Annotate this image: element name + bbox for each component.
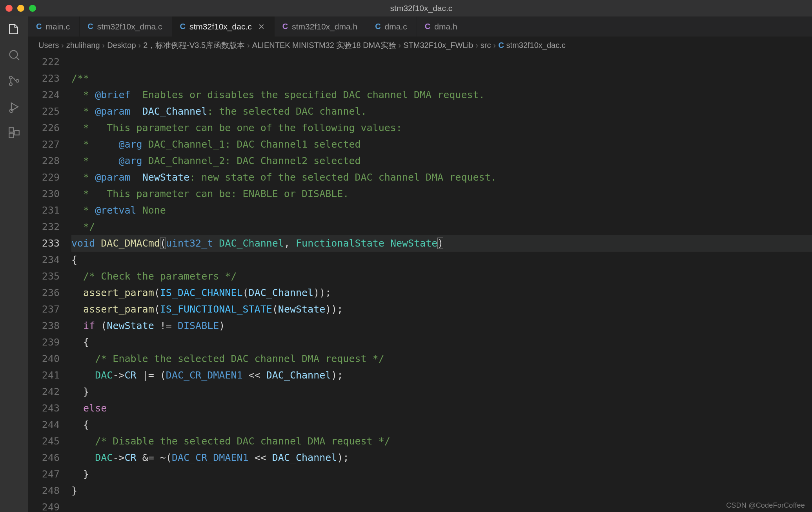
code-line[interactable]: 235 /* Check the parameters */: [28, 268, 812, 285]
code-content[interactable]: /* Disable the selected DAC channel DMA …: [71, 433, 812, 450]
code-line[interactable]: 243 else: [28, 400, 812, 417]
line-number: 247: [28, 466, 71, 483]
code-line[interactable]: 234{: [28, 252, 812, 268]
breadcrumb-segment[interactable]: 2，标准例程-V3.5库函数版本: [143, 40, 245, 51]
line-number: 229: [28, 169, 71, 186]
code-content[interactable]: }: [71, 466, 812, 483]
code-content[interactable]: DAC->CR &= ~(DAC_CR_DMAEN1 << DAC_Channe…: [71, 450, 812, 466]
code-content[interactable]: /* Enable the selected DAC channel DMA r…: [71, 351, 812, 367]
tab-stm32f10x-dma-h[interactable]: C stm32f10x_dma.h: [275, 16, 367, 37]
svg-rect-9: [15, 130, 19, 135]
chevron-right-icon: ›: [102, 41, 105, 50]
code-line[interactable]: 223/**: [28, 70, 812, 87]
code-content[interactable]: {: [71, 334, 812, 351]
code-content[interactable]: * @param DAC_Channel: the selected DAC c…: [71, 103, 812, 120]
code-content[interactable]: [71, 499, 812, 512]
tab-stm32f10x-dac-c[interactable]: C stm32f10x_dac.c ✕: [172, 16, 275, 37]
code-content[interactable]: }: [71, 483, 812, 499]
file-type-c-icon: C: [36, 22, 42, 31]
close-window-icon[interactable]: [5, 5, 13, 12]
maximize-window-icon[interactable]: [29, 5, 36, 12]
code-content[interactable]: * This parameter can be one of the follo…: [71, 120, 812, 136]
code-line[interactable]: 237 assert_param(IS_FUNCTIONAL_STATE(New…: [28, 301, 812, 318]
code-content[interactable]: /**: [71, 70, 812, 87]
code-line[interactable]: 248}: [28, 483, 812, 499]
tab-label: main.c: [46, 22, 70, 31]
code-line[interactable]: 242 }: [28, 384, 812, 400]
line-number: 242: [28, 384, 71, 400]
tab-dma-c[interactable]: C dma.c: [367, 16, 417, 37]
extensions-icon[interactable]: [7, 126, 21, 140]
chevron-right-icon: ›: [61, 41, 64, 50]
code-line[interactable]: 245 /* Disable the selected DAC channel …: [28, 433, 812, 450]
code-content[interactable]: /* Check the parameters */: [71, 268, 812, 285]
run-debug-icon[interactable]: [7, 100, 21, 114]
code-content[interactable]: * @retval None: [71, 202, 812, 219]
breadcrumb[interactable]: Users› zhulihang› Desktop› 2，标准例程-V3.5库函…: [28, 37, 812, 54]
explorer-icon[interactable]: [7, 22, 21, 36]
code-content[interactable]: assert_param(IS_FUNCTIONAL_STATE(NewStat…: [71, 301, 812, 318]
code-content[interactable]: else: [71, 400, 812, 417]
code-line[interactable]: 232 */: [28, 219, 812, 235]
line-number: 222: [28, 54, 71, 70]
breadcrumb-segment[interactable]: STM32F10x_FWLib: [403, 41, 473, 50]
code-content[interactable]: [71, 54, 812, 70]
code-line[interactable]: 249: [28, 499, 812, 512]
tab-stm32f10x-dma-c[interactable]: C stm32f10x_dma.c: [80, 16, 172, 37]
window-controls: [5, 5, 36, 12]
breadcrumb-segment[interactable]: src: [481, 41, 491, 50]
code-line[interactable]: 244 {: [28, 417, 812, 433]
code-line[interactable]: 247 }: [28, 466, 812, 483]
code-content[interactable]: DAC->CR |= (DAC_CR_DMAEN1 << DAC_Channel…: [71, 367, 812, 384]
tab-main-c[interactable]: C main.c: [28, 16, 80, 37]
code-line[interactable]: 233void DAC_DMACmd(uint32_t DAC_Channel,…: [28, 235, 812, 252]
tab-dma-h[interactable]: C dma.h: [417, 16, 467, 37]
code-line[interactable]: 230 * This parameter can be: ENABLE or D…: [28, 186, 812, 202]
code-content[interactable]: * @brief Enables or disables the specifi…: [71, 87, 812, 103]
code-line[interactable]: 240 /* Enable the selected DAC channel D…: [28, 351, 812, 367]
code-content[interactable]: * This parameter can be: ENABLE or DISAB…: [71, 186, 812, 202]
tab-label: stm32f10x_dma.c: [97, 22, 162, 31]
breadcrumb-file[interactable]: stm32f10x_dac.c: [506, 41, 566, 50]
search-icon[interactable]: [7, 48, 21, 62]
code-line[interactable]: 226 * This parameter can be one of the f…: [28, 120, 812, 136]
close-icon[interactable]: ✕: [258, 22, 265, 31]
code-editor[interactable]: 222223/**224 * @brief Enables or disable…: [28, 54, 812, 512]
chevron-right-icon: ›: [247, 41, 250, 50]
code-line[interactable]: 224 * @brief Enables or disables the spe…: [28, 87, 812, 103]
file-type-c-icon: C: [282, 22, 288, 31]
source-control-icon[interactable]: [7, 74, 21, 88]
svg-rect-7: [9, 128, 13, 132]
code-content[interactable]: void DAC_DMACmd(uint32_t DAC_Channel, Fu…: [71, 235, 812, 252]
code-content[interactable]: }: [71, 384, 812, 400]
chevron-right-icon: ›: [138, 41, 141, 50]
code-content[interactable]: {: [71, 417, 812, 433]
line-number: 237: [28, 301, 71, 318]
code-line[interactable]: 246 DAC->CR &= ~(DAC_CR_DMAEN1 << DAC_Ch…: [28, 450, 812, 466]
breadcrumb-segment[interactable]: ALIENTEK MINISTM32 实验18 DMA实验: [252, 40, 396, 51]
code-content[interactable]: * @arg DAC_Channel_2: DAC Channel2 selec…: [71, 153, 812, 169]
code-line[interactable]: 222: [28, 54, 812, 70]
line-number: 223: [28, 70, 71, 87]
file-type-c-icon: C: [180, 22, 186, 31]
code-line[interactable]: 231 * @retval None: [28, 202, 812, 219]
breadcrumb-segment[interactable]: Users: [38, 41, 59, 50]
code-line[interactable]: 236 assert_param(IS_DAC_CHANNEL(DAC_Chan…: [28, 285, 812, 301]
code-line[interactable]: 229 * @param NewState: new state of the …: [28, 169, 812, 186]
breadcrumb-segment[interactable]: Desktop: [107, 41, 136, 50]
code-content[interactable]: {: [71, 252, 812, 268]
breadcrumb-segment[interactable]: zhulihang: [66, 41, 100, 50]
code-content[interactable]: */: [71, 219, 812, 235]
code-line[interactable]: 238 if (NewState != DISABLE): [28, 318, 812, 334]
code-content[interactable]: * @param NewState: new state of the sele…: [71, 169, 812, 186]
code-line[interactable]: 227 * @arg DAC_Channel_1: DAC Channel1 s…: [28, 136, 812, 153]
code-line[interactable]: 225 * @param DAC_Channel: the selected D…: [28, 103, 812, 120]
code-content[interactable]: assert_param(IS_DAC_CHANNEL(DAC_Channel)…: [71, 285, 812, 301]
code-line[interactable]: 241 DAC->CR |= (DAC_CR_DMAEN1 << DAC_Cha…: [28, 367, 812, 384]
code-content[interactable]: * @arg DAC_Channel_1: DAC Channel1 selec…: [71, 136, 812, 153]
code-line[interactable]: 239 {: [28, 334, 812, 351]
activity-bar: [0, 16, 28, 512]
code-line[interactable]: 228 * @arg DAC_Channel_2: DAC Channel2 s…: [28, 153, 812, 169]
minimize-window-icon[interactable]: [17, 5, 24, 12]
code-content[interactable]: if (NewState != DISABLE): [71, 318, 812, 334]
